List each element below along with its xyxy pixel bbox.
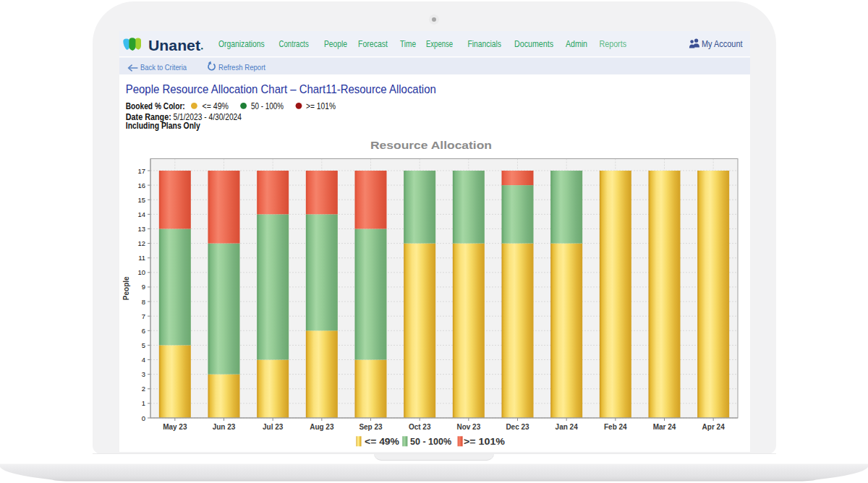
- svg-text:Jul 23: Jul 23: [263, 423, 284, 431]
- svg-text:1: 1: [142, 399, 145, 407]
- svg-text:17: 17: [137, 167, 145, 175]
- svg-text:Admin: Admin: [566, 39, 587, 49]
- svg-text:50 - 100%: 50 - 100%: [251, 101, 284, 111]
- svg-text:11: 11: [138, 254, 145, 262]
- svg-text:Organizations: Organizations: [218, 39, 265, 49]
- svg-text:4: 4: [142, 356, 145, 364]
- svg-text:Resource Allocation: Resource Allocation: [370, 139, 492, 151]
- svg-text:Financials: Financials: [468, 39, 502, 49]
- svg-text:People Resource Allocation Cha: People Resource Allocation Chart – Chart…: [126, 83, 436, 95]
- svg-text:Including Plans Only: Including Plans Only: [126, 121, 200, 131]
- svg-text:14: 14: [137, 210, 145, 218]
- svg-text:Forecast: Forecast: [358, 39, 388, 49]
- svg-text:Mar 24: Mar 24: [653, 423, 676, 431]
- svg-text:Aug 23: Aug 23: [310, 423, 334, 431]
- svg-text:13: 13: [137, 225, 145, 233]
- svg-text:Back to Criteria: Back to Criteria: [140, 63, 187, 72]
- svg-text:Feb 24: Feb 24: [604, 423, 627, 431]
- svg-text:Documents: Documents: [514, 39, 553, 49]
- svg-text:Contracts: Contracts: [279, 39, 309, 49]
- svg-text:Jan 24: Jan 24: [556, 423, 579, 431]
- svg-text:15: 15: [137, 196, 145, 204]
- svg-text:50 - 100%: 50 - 100%: [410, 436, 451, 447]
- svg-text:3: 3: [142, 370, 145, 378]
- svg-text:9: 9: [142, 283, 145, 291]
- svg-text:People: People: [122, 276, 130, 300]
- svg-text:8: 8: [142, 298, 145, 306]
- svg-text:Reports: Reports: [600, 39, 627, 49]
- svg-text:Oct 23: Oct 23: [409, 423, 431, 431]
- svg-text:16: 16: [137, 181, 145, 189]
- svg-text:0: 0: [142, 414, 145, 422]
- svg-text:Nov 23: Nov 23: [456, 423, 480, 431]
- svg-text:6: 6: [142, 327, 145, 335]
- svg-text:2: 2: [142, 385, 145, 393]
- svg-text:Booked % Color:: Booked % Color:: [126, 101, 185, 111]
- svg-text:<= 49%: <= 49%: [365, 436, 399, 447]
- svg-text:Unanet: Unanet: [148, 37, 200, 54]
- svg-text:Apr 24: Apr 24: [702, 423, 726, 431]
- svg-text:10: 10: [137, 268, 145, 276]
- svg-text:Dec 23: Dec 23: [506, 423, 529, 431]
- svg-text:>= 101%: >= 101%: [464, 436, 505, 447]
- svg-text:Expense: Expense: [426, 39, 453, 49]
- svg-text:Sep 23: Sep 23: [359, 423, 383, 431]
- svg-text:Jun 23: Jun 23: [213, 423, 236, 431]
- svg-text:7: 7: [142, 312, 145, 320]
- svg-text:People: People: [324, 39, 347, 49]
- svg-text:<= 49%: <= 49%: [203, 101, 229, 111]
- svg-text:May 23: May 23: [163, 423, 187, 431]
- svg-text:Refresh Report: Refresh Report: [218, 63, 266, 72]
- svg-text:5: 5: [142, 341, 145, 349]
- svg-text:My Account: My Account: [702, 39, 743, 49]
- svg-text:Time: Time: [400, 39, 416, 49]
- svg-text:12: 12: [137, 239, 145, 247]
- svg-text:>= 101%: >= 101%: [306, 101, 336, 111]
